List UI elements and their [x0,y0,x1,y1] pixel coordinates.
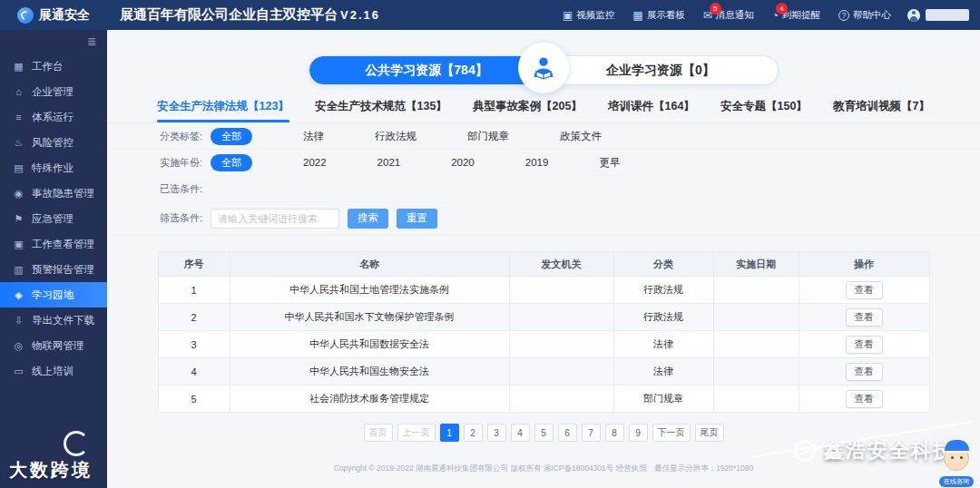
filter-option[interactable]: 2019 [525,157,549,168]
resource-tab[interactable]: 企业学习资源【0】 [544,56,778,84]
sidebar-item[interactable]: ≡体系运行 [0,104,107,130]
category-tab[interactable]: 典型事故案例【205】 [473,99,583,122]
reset-button[interactable]: 重置 [397,209,437,229]
sidebar-collapse-icon[interactable]: ≣ [0,30,107,54]
pager-item[interactable]: 1 [440,424,459,442]
table-cell-name: 中华人民共和国数据安全法 [230,331,509,358]
table-cell-action: 查看 [799,386,929,413]
pager-item[interactable]: 5 [534,424,554,442]
nav-label: 展示看板 [647,9,685,22]
table-cell-action: 查看 [799,358,929,386]
sidebar-item[interactable]: ▭线上培训 [0,358,107,384]
top-nav: ▣视频监控▦展示看板✉5消息通知◔4到期提醒?帮助中心 [563,9,891,22]
learning-icon: ◈ [13,289,24,301]
sidebar-item[interactable]: ⌂企业管理 [0,79,107,104]
sidebar-item[interactable]: ⚑应急管理 [0,206,107,231]
filter-option[interactable]: 全部 [211,154,252,171]
filter-selected-label: 已选条件: [160,182,211,196]
nav-help[interactable]: ?帮助中心 [838,9,891,22]
keyword-input[interactable] [211,209,339,229]
pager-item[interactable]: 3 [487,424,506,442]
sidebar-item[interactable]: ◉事故隐患管理 [0,181,107,206]
category-tab[interactable]: 培训课件【164】 [608,99,695,122]
filter-option[interactable]: 2021 [377,157,401,168]
table-header-cell: 分类 [613,252,713,277]
view-button[interactable]: 查看 [846,281,883,299]
mascot-helmet-icon [945,440,969,453]
pager-item[interactable]: 尾页 [695,424,724,442]
table-cell-date [713,331,799,358]
nav-video[interactable]: ▣视频监控 [563,9,614,22]
sidebar-item-label: 物联网管理 [32,339,84,353]
online-service-mascot[interactable]: 在线咨询 [936,445,977,487]
filter-option[interactable]: 2022 [303,157,327,168]
sidebar-item-label: 体系运行 [32,111,74,124]
filter-row-tags: 分类标签: 全部法律行政法规部门规章政策文件 [107,123,980,150]
special-work-icon: ▤ [13,162,24,174]
sidebar-item[interactable]: ▤特殊作业 [0,155,107,181]
mascot-face-icon [944,445,969,471]
pager-item[interactable]: 8 [605,424,624,442]
download-icon: ⇩ [13,315,24,327]
filter-option[interactable]: 政策文件 [560,130,602,143]
filter-option[interactable]: 行政法规 [375,130,416,143]
pager-item[interactable]: 2 [464,424,483,442]
sidebar-item-label: 工作查看管理 [32,238,94,251]
sidebar-item-label: 应急管理 [32,212,74,226]
filter-option[interactable]: 部门规章 [467,130,509,143]
filter-option[interactable]: 法律 [303,130,324,143]
filter-option[interactable]: 更早 [599,156,620,170]
view-button[interactable]: 查看 [846,363,883,381]
table-header-cell: 发文机关 [509,252,613,277]
online-training-icon: ▭ [13,366,24,377]
notification-badge: 5 [710,3,721,15]
search-button[interactable]: 搜索 [348,209,388,229]
app-logo[interactable]: 展通安全 [0,0,107,30]
table-cell-category: 行政法规 [613,277,713,304]
sidebar-item-label: 企业管理 [32,85,74,99]
nav-dashboard[interactable]: ▦展示看板 [632,9,684,22]
sidebar-item-label: 事故隐患管理 [32,187,94,200]
nav-reminder-clock[interactable]: ◔4到期提醒 [772,9,820,22]
sidebar-item[interactable]: ▣工作查看管理 [0,231,107,257]
pager-item[interactable]: 6 [558,424,577,442]
user-menu[interactable] [907,9,969,22]
resource-tab[interactable]: 公共学习资源【784】 [309,56,544,84]
category-tab[interactable]: 安全生产法律法规【123】 [157,99,289,122]
law-table: 序号名称发文机关分类实施日期操作 1中华人民共和国土地管理法实施条例行政法规查看… [158,251,930,413]
sidebar-item-label: 学习园地 [32,288,74,302]
category-tab[interactable]: 安全生产技术规范【135】 [315,99,447,122]
sidebar-item-label: 工作台 [32,60,64,73]
sidebar-item[interactable]: ◈学习园地 [0,282,107,307]
filter-option[interactable]: 2020 [451,157,475,168]
filter-option[interactable]: 全部 [211,128,252,145]
nav-label: 到期提醒 [782,9,820,22]
pager-item[interactable]: 4 [511,424,530,442]
sidebar-item[interactable]: ▥预警报告管理 [0,257,107,282]
category-tabs-bar: 安全生产法律法规【123】安全生产技术规范【135】典型事故案例【205】培训课… [107,99,980,123]
view-button[interactable]: 查看 [846,390,883,408]
table-cell-name: 社会消防技术服务管理规定 [230,386,509,413]
filter-row-selected: 已选条件: [107,176,980,202]
view-button[interactable]: 查看 [846,308,883,327]
table-cell-category: 行政法规 [613,304,713,331]
sidebar-item-label: 线上培训 [32,365,74,378]
pager-item[interactable]: 9 [629,424,648,442]
view-button[interactable]: 查看 [846,336,883,354]
sidebar-item[interactable]: ⇩导出文件下载 [0,307,107,333]
sidebar-item[interactable]: ◎物联网管理 [0,333,107,358]
nav-label: 帮助中心 [853,9,891,22]
sidebar-item[interactable]: ▦工作台 [0,54,107,79]
sidebar-item[interactable]: ♨风险管控 [0,130,107,155]
category-tab[interactable]: 教育培训视频【7】 [833,99,930,122]
nav-message[interactable]: ✉5消息通知 [703,9,754,22]
table-cell-no: 1 [158,277,230,304]
table-cell-date [713,358,799,386]
pager-item[interactable]: 7 [582,424,601,442]
table-cell-agency [509,358,613,386]
pager-item: 首页 [364,424,393,442]
table-header-cell: 序号 [158,252,230,277]
category-tab[interactable]: 安全专题【150】 [720,99,808,122]
table-cell-date [713,304,799,331]
pager-item[interactable]: 下一页 [652,424,691,442]
